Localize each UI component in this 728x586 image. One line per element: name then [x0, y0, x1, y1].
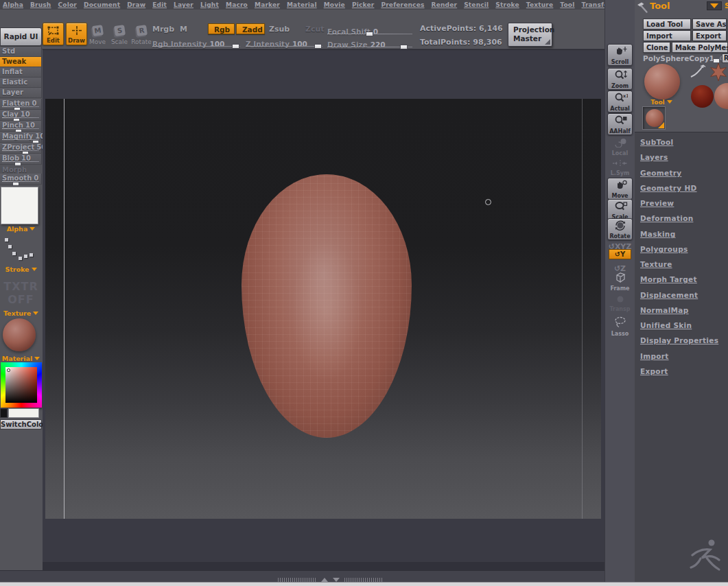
stroke-preview-icon[interactable]	[3, 236, 36, 261]
menu-item-stencil[interactable]: Stencil	[464, 1, 489, 8]
save-as-button[interactable]: Save As	[692, 19, 727, 30]
edit-button[interactable]: Edit	[43, 23, 64, 45]
section-layers[interactable]: Layers	[640, 153, 668, 161]
menu-item-layer[interactable]: Layer	[174, 1, 193, 8]
saturation-value-square[interactable]	[5, 367, 37, 403]
export-button[interactable]: Export	[692, 30, 727, 41]
sculpt-mesh-polysphere[interactable]	[242, 174, 412, 438]
section-display-properties[interactable]: Display Properties	[640, 336, 718, 344]
menu-item-preferences[interactable]: Preferences	[381, 1, 424, 8]
m-button[interactable]: M	[180, 25, 187, 34]
menu-item-marker[interactable]: Marker	[255, 1, 280, 8]
color-selector-dot[interactable]	[7, 368, 10, 372]
brush-item-pinch[interactable]: Pinch10	[0, 121, 42, 132]
focal-shift-slider[interactable]: Focal Shift0	[327, 24, 412, 34]
section-texture[interactable]: Texture	[640, 260, 672, 268]
menu-item-light[interactable]: Light	[200, 1, 219, 8]
slider-handle[interactable]	[366, 32, 373, 36]
rotate-button[interactable]: R Rotate	[131, 24, 152, 47]
brush-item-blob[interactable]: Blob10	[0, 154, 42, 165]
document-area[interactable]	[45, 99, 601, 519]
scroll-button[interactable]: Scroll	[607, 44, 633, 66]
darksphere-tool-icon[interactable]	[691, 85, 714, 108]
section-normalmap[interactable]: NormalMap	[640, 306, 689, 314]
lasso-button[interactable]: Lasso	[607, 316, 633, 337]
brush-item-elastic[interactable]: Elastic	[0, 78, 42, 88]
rgb-button[interactable]: Rgb	[208, 23, 235, 34]
slider-handle[interactable]	[314, 44, 322, 49]
menu-item-macro[interactable]: Macro	[226, 1, 248, 8]
rgb-intensity-slider[interactable]: Rgb Intensity100	[152, 36, 240, 47]
load-tool-button[interactable]: Load Tool	[643, 19, 691, 30]
transp-button[interactable]: Transp	[607, 293, 633, 312]
current-tool-preview-sphere[interactable]	[644, 64, 680, 99]
zsub-button[interactable]: Zsub	[269, 25, 290, 34]
material-preview-sphere[interactable]	[3, 318, 36, 351]
section-deformation[interactable]: Deformation	[640, 214, 693, 222]
texture-dropdown[interactable]: Texture	[0, 309, 42, 318]
move-canvas-button[interactable]: Move	[607, 178, 633, 200]
projection-master-button[interactable]: Projection Master	[508, 23, 552, 47]
menu-item-alpha[interactable]: Alpha	[3, 1, 23, 8]
menu-item-render[interactable]: Render	[432, 1, 458, 8]
aahalf-button[interactable]: AAHalf	[607, 113, 633, 135]
rotate-canvas-button[interactable]: Rotate	[607, 218, 633, 240]
selected-tool-thumbnail[interactable]	[642, 106, 666, 130]
clone-button[interactable]: Clone	[643, 42, 670, 53]
brush-item-magnify[interactable]: Magnify100	[0, 132, 42, 143]
stroke-dropdown[interactable]: Stroke	[0, 266, 42, 274]
zcut-button[interactable]: Zcut	[305, 25, 325, 34]
slider-handle[interactable]	[232, 44, 239, 49]
menu-item-tool[interactable]: Tool	[560, 1, 574, 8]
menu-item-transform[interactable]: Transform	[582, 1, 604, 8]
section-subtool[interactable]: SubTool	[640, 138, 673, 146]
fiber-brush-tool-icon[interactable]	[688, 60, 709, 82]
section-polygroups[interactable]: Polygroups	[640, 245, 688, 253]
actual-button[interactable]: x1 Actual	[607, 91, 633, 113]
menu-item-picker[interactable]: Picker	[352, 1, 375, 8]
menu-item-document[interactable]: Document	[84, 1, 120, 8]
mrgb-button[interactable]: Mrgb	[152, 25, 174, 34]
menu-item-material[interactable]: Material	[287, 1, 317, 8]
menu-item-texture[interactable]: Texture	[526, 1, 554, 8]
menu-item-stroke[interactable]: Stroke	[495, 1, 519, 8]
menu-item-draw[interactable]: Draw	[127, 1, 145, 8]
rapid-ui-header[interactable]: Rapid UI	[0, 27, 42, 46]
section-unified-skin[interactable]: Unified Skin	[640, 321, 692, 329]
sphere-tool-icon[interactable]	[714, 83, 728, 109]
section-import[interactable]: Import	[640, 352, 669, 360]
tool-dropdown[interactable]: Tool	[635, 99, 688, 106]
draw-button[interactable]: Draw	[66, 23, 87, 45]
lsym-button[interactable]: L.Sym	[607, 157, 633, 176]
brush-slider-handle[interactable]	[12, 182, 19, 186]
section-geometry-hd[interactable]: Geometry HD	[640, 184, 697, 192]
brush-item-clay[interactable]: Clay10	[0, 110, 42, 121]
z-intensity-slider[interactable]: Z Intensity100	[246, 36, 322, 47]
menu-item-color[interactable]: Color	[58, 1, 77, 8]
zoom-button[interactable]: Zoom	[607, 68, 633, 90]
canvas[interactable]	[43, 49, 604, 570]
menu-item-edit[interactable]: Edit	[152, 1, 167, 8]
texture-off-preview[interactable]: TXTR OFF	[0, 280, 42, 306]
brush-item-zproject[interactable]: ZProject50	[0, 143, 42, 154]
tray-expand-icon[interactable]	[321, 574, 328, 582]
section-geometry[interactable]: Geometry	[640, 169, 681, 177]
scale-button[interactable]: S Scale	[109, 24, 130, 47]
brush-item-inflat[interactable]: Inflat	[0, 67, 42, 78]
section-morph-target[interactable]: Morph Target	[640, 275, 697, 283]
local-button[interactable]: Local	[607, 137, 633, 156]
palette-menu-box[interactable]	[707, 1, 722, 10]
color-picker[interactable]	[1, 362, 42, 408]
menu-item-brush[interactable]: Brush	[30, 1, 51, 8]
primary-color-swatch[interactable]	[8, 408, 39, 418]
zadd-button[interactable]: Zadd	[236, 23, 265, 34]
alpha-dropdown[interactable]: Alpha	[0, 225, 42, 233]
move-button[interactable]: M Move	[87, 24, 108, 47]
make-polymesh3d-button[interactable]: Make PolyMesh3D	[672, 42, 728, 53]
section-export[interactable]: Export	[640, 367, 668, 375]
star-tool-icon[interactable]	[709, 60, 728, 84]
draw-size-slider[interactable]: Draw Size220	[327, 37, 412, 47]
brush-item-std[interactable]: Std	[0, 47, 42, 57]
secondary-color-swatch[interactable]	[0, 408, 8, 418]
section-displacement[interactable]: Displacement	[640, 291, 698, 299]
